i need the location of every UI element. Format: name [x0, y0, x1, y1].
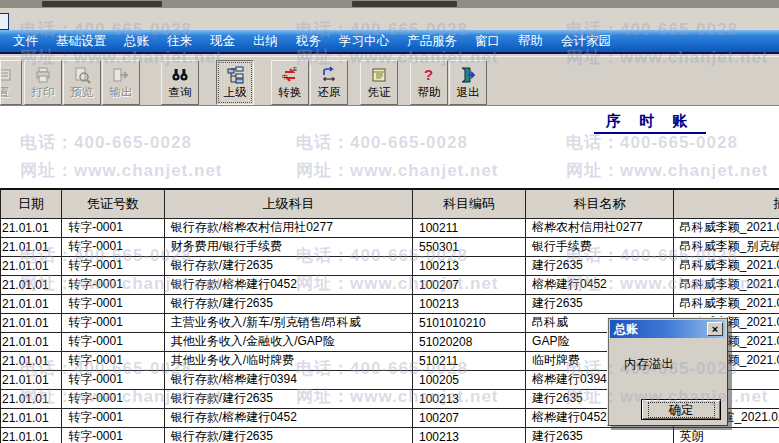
table-cell[interactable]: 昂科威李颖_别克销售部: [673, 237, 779, 256]
table-cell[interactable]: 建行2635: [526, 427, 674, 443]
table-cell[interactable]: 21.01.01: [1, 313, 62, 332]
table-cell[interactable]: 银行存款/建行2635: [164, 389, 412, 408]
table-cell[interactable]: 100213: [412, 256, 525, 275]
toolbar-button-label: 退出: [457, 85, 480, 100]
table-cell[interactable]: 转字-0001: [62, 427, 165, 443]
table-cell[interactable]: 转字-0001: [62, 294, 165, 313]
menu-item-6[interactable]: 税务: [287, 30, 330, 53]
table-cell[interactable]: 100207: [412, 275, 525, 294]
svg-text:E: E: [293, 66, 297, 72]
restore-icon: [320, 65, 338, 85]
table-cell[interactable]: 转字-0001: [62, 408, 165, 427]
table-cell[interactable]: 银行存款/榕桦建行0452: [164, 275, 412, 294]
table-row: 21.01.01转字-0001银行存款/建行2635100213建行2635昂科…: [1, 256, 779, 275]
menu-item-8[interactable]: 产品服务: [398, 30, 466, 53]
table-cell[interactable]: 21.01.01: [1, 351, 62, 370]
table-cell[interactable]: 转字-0001: [62, 332, 165, 351]
convert-button[interactable]: E中转换: [271, 60, 309, 105]
menu-item-0[interactable]: 文件: [4, 30, 47, 53]
uplevel-button[interactable]: 上级: [216, 60, 254, 105]
table-cell[interactable]: 100213: [412, 294, 525, 313]
table-cell[interactable]: 转字-0001: [62, 313, 165, 332]
table-cell[interactable]: 昂科威李颖_2021.01.01: [673, 218, 779, 237]
column-header: 日期: [1, 189, 62, 218]
table-cell[interactable]: 转字-0001: [62, 389, 165, 408]
menu-item-5[interactable]: 出纳: [244, 30, 287, 53]
table-cell[interactable]: 榕桦建行0452: [526, 275, 674, 294]
exit-button[interactable]: 退出: [449, 60, 487, 105]
table-cell[interactable]: 转字-0001: [62, 275, 165, 294]
toolbar-button-label: 置: [0, 85, 10, 100]
menu-item-2[interactable]: 总账: [115, 30, 158, 53]
dialog-titlebar[interactable]: 总账 ×: [610, 320, 725, 338]
table-cell[interactable]: 550301: [412, 237, 525, 256]
help-button[interactable]: ?帮助: [410, 60, 448, 105]
table-cell[interactable]: 其他业务收入/金融收入/GAP险: [164, 332, 412, 351]
table-cell[interactable]: 510211: [412, 351, 525, 370]
report-title: 序 时 账: [594, 112, 706, 134]
table-cell[interactable]: 21.01.01: [1, 218, 62, 237]
table-cell[interactable]: 21.01.01: [1, 427, 62, 443]
menu-item-11[interactable]: 会计家园: [552, 30, 620, 53]
restore-button[interactable]: 还原: [310, 60, 348, 105]
table-cell[interactable]: 建行2635: [526, 256, 674, 275]
ok-button[interactable]: 确定: [641, 399, 721, 420]
table-cell[interactable]: 银行存款/榕桦建行0394: [164, 370, 412, 389]
preview-button: 预览: [63, 60, 101, 105]
table-cell[interactable]: 主营业务收入/新车/别克销售/昂科威: [164, 313, 412, 332]
close-icon[interactable]: ×: [707, 322, 723, 336]
column-header: 凭证号数: [62, 189, 165, 218]
table-cell[interactable]: 21.01.01: [1, 370, 62, 389]
table-cell[interactable]: 5101010210: [412, 313, 525, 332]
table-cell[interactable]: 银行存款/建行2635: [164, 427, 412, 443]
search-button[interactable]: 查询: [161, 60, 199, 105]
table-cell[interactable]: 100211: [412, 218, 525, 237]
table-cell[interactable]: 银行存款/榕桦农村信用社0277: [164, 218, 412, 237]
table-header-row: 日期凭证号数上级科目科目编码科目名称摘要: [1, 189, 779, 218]
table-cell[interactable]: 21.01.01: [1, 408, 62, 427]
menu-item-1[interactable]: 基础设置: [47, 30, 115, 53]
table-cell[interactable]: 21.01.01: [1, 275, 62, 294]
table-cell[interactable]: 21.01.01: [1, 256, 62, 275]
table-cell[interactable]: 昂科威李颖_2021.01.01: [673, 256, 779, 275]
menu-item-7[interactable]: 学习中心: [330, 30, 398, 53]
table-cell[interactable]: 银行存款/建行2635: [164, 294, 412, 313]
menu-item-3[interactable]: 往来: [158, 30, 201, 53]
table-cell[interactable]: 转字-0001: [62, 370, 165, 389]
settings-button: 置: [0, 60, 22, 105]
table-cell[interactable]: 银行存款/建行2635: [164, 256, 412, 275]
menu-item-4[interactable]: 现金: [201, 30, 244, 53]
table-cell[interactable]: 21.01.01: [1, 389, 62, 408]
table-cell[interactable]: 昂科威李颖_2021.01.01: [673, 275, 779, 294]
table-cell[interactable]: 转字-0001: [62, 237, 165, 256]
table-cell[interactable]: 51020208: [412, 332, 525, 351]
table-cell[interactable]: 100207: [412, 408, 525, 427]
column-header: 上级科目: [164, 189, 412, 218]
table-cell[interactable]: 其他业务收入/临时牌费: [164, 351, 412, 370]
menu-item-10[interactable]: 帮助: [509, 30, 552, 53]
table-cell[interactable]: 转字-0001: [62, 351, 165, 370]
table-cell[interactable]: 银行手续费: [526, 237, 674, 256]
table-cell[interactable]: 100213: [412, 389, 525, 408]
clipped-window-titlebar: [0, 0, 779, 8]
column-header: 科目编码: [412, 189, 525, 218]
table-cell[interactable]: 榕桦农村信用社0277: [526, 218, 674, 237]
table-cell[interactable]: 转字-0001: [62, 218, 165, 237]
table-cell[interactable]: 财务费用/银行手续费: [164, 237, 412, 256]
table-cell[interactable]: 21.01.01: [1, 294, 62, 313]
memory-overflow-dialog: 总账 × 内存溢出 确定: [607, 317, 728, 426]
column-header: 科目名称: [526, 189, 674, 218]
table-row: 21.01.01转字-0001银行存款/榕桦建行0452100207榕桦建行04…: [1, 275, 779, 294]
table-cell[interactable]: 100205: [412, 370, 525, 389]
table-cell[interactable]: 转字-0001: [62, 256, 165, 275]
table-cell[interactable]: 21.01.01: [1, 237, 62, 256]
table-cell[interactable]: 昂科威李颖_2021.01.01: [673, 294, 779, 313]
table-cell[interactable]: 银行存款/榕桦建行0452: [164, 408, 412, 427]
menu-item-9[interactable]: 窗口: [466, 30, 509, 53]
table-cell[interactable]: 建行2635: [526, 294, 674, 313]
table-cell[interactable]: 21.01.01: [1, 332, 62, 351]
table-cell[interactable]: 100213: [412, 427, 525, 443]
table-row: 21.01.01转字-0001银行存款/榕桦农村信用社0277100211榕桦农…: [1, 218, 779, 237]
voucher-button[interactable]: 凭证: [360, 60, 398, 105]
table-cell[interactable]: 英朗: [673, 427, 779, 443]
